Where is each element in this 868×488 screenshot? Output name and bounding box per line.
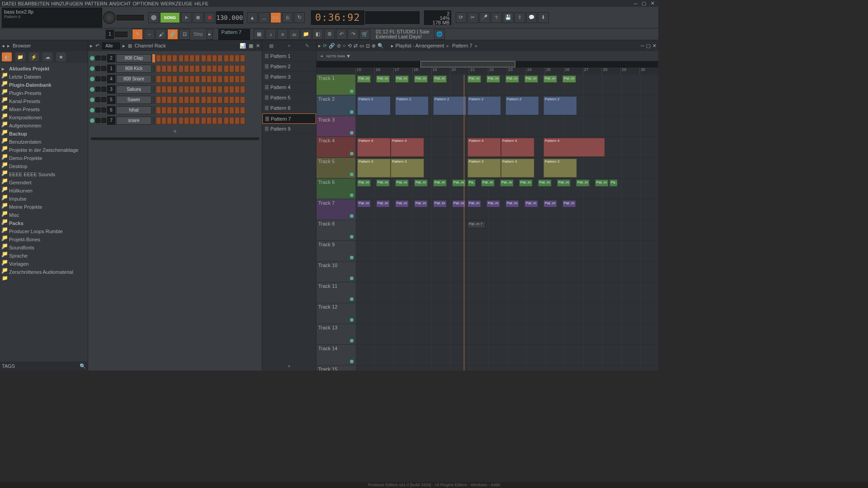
track-enable-led[interactable] [350,318,354,322]
step-cell[interactable] [229,96,234,103]
step-cell[interactable] [179,86,184,93]
clip[interactable]: Pattern 3 [391,159,424,178]
step-cell[interactable] [217,65,222,72]
pl-a-icon[interactable]: ○ [343,43,346,48]
channel-select[interactable] [152,65,155,73]
playlist-minimap[interactable] [316,61,658,67]
tree-item-0[interactable]: ▸📁Aktuelles Projekt [0,65,88,73]
track-enable-led[interactable] [350,297,354,301]
step-cell[interactable] [224,55,229,62]
patpick-add-icon[interactable]: + [285,42,292,49]
step-cell[interactable] [224,107,229,114]
channel-mute[interactable] [95,56,100,61]
step-cell[interactable] [179,96,184,103]
stamp-tool-icon[interactable]: ⊡ [179,29,190,40]
pattern-add-button[interactable]: + [262,361,316,371]
pattern-item-4[interactable]: Pattern 5 [262,93,316,103]
step-cell[interactable] [189,117,194,124]
track-enable-led[interactable] [350,131,354,135]
clip[interactable]: Pattern 4 [467,138,501,157]
step-cell[interactable] [195,96,200,103]
clip[interactable]: Pat..rn 1 [562,75,576,83]
step-cell[interactable] [179,107,184,114]
channel-solo[interactable] [101,56,106,61]
track-lane-11[interactable] [355,303,658,324]
cr-play-icon[interactable]: ▸ [90,43,93,49]
patpick-edit-icon[interactable]: ✎ [303,42,311,49]
step-cell[interactable] [172,65,177,72]
channel-select[interactable] [152,106,155,114]
window-maximize-icon[interactable]: ▢ [642,0,646,6]
step-cell[interactable] [212,65,217,72]
channel-num[interactable]: 5 [107,96,115,104]
step-cell[interactable] [167,86,172,93]
track-lane-5[interactable]: Pat..rn 5Pat..rn 5Pat..rn 5Pat..rn 5Pat.… [355,178,658,199]
step-cell[interactable] [201,117,206,124]
main-pitch-slider[interactable] [117,15,144,20]
clip[interactable]: Pat..rn 6 [414,200,428,207]
pl-sync-icon[interactable]: ⟳ [323,43,327,49]
clip[interactable]: Pattern 3 [467,159,501,178]
channel-solo[interactable] [101,97,106,102]
channel-solo[interactable] [101,66,106,71]
step-cell[interactable] [172,55,177,62]
channel-select[interactable] [152,117,155,125]
track-enable-led[interactable] [350,256,354,259]
track-header-3[interactable]: Track 4 [316,137,355,158]
step-cell[interactable] [195,65,200,72]
browser-tab-files[interactable]: 📁 [15,52,25,61]
channel-led[interactable] [90,98,94,102]
view-browser-icon[interactable]: 📁 [301,29,311,40]
ruler-bar[interactable]: 23 [507,67,526,75]
clip[interactable]: Pat..rn 6 [505,200,519,207]
pl-d-icon[interactable]: ▭ [359,43,364,49]
pattern-item-5[interactable]: Pattern 6 [262,103,316,113]
step-cell[interactable] [240,65,245,72]
step-cell[interactable] [201,86,206,93]
step-play-icon[interactable]: ▸ [207,29,213,40]
tree-item-24[interactable]: ▸📁Vorlagen [0,260,88,268]
tree-item-9[interactable]: ▸📁Benutzerdaten [0,138,88,146]
step-cell[interactable] [201,107,206,114]
clip[interactable]: Pat..rn 5 [519,179,533,187]
tree-item-18[interactable]: ▸📁Misc [0,211,88,219]
save-icon[interactable]: 💾 [503,12,514,23]
track-header-1[interactable]: Track 2 [316,95,355,116]
tree-item-25[interactable]: ▸📁Zerschnittenes Audiomaterial [0,268,88,276]
playhead[interactable] [464,75,464,371]
tree-item-10[interactable]: ▸📁Projekte in der Zwischenablage [0,146,88,154]
step-cell[interactable] [229,86,234,93]
step-cell[interactable] [156,75,161,83]
tags-label[interactable]: TAGS [2,363,15,369]
clip[interactable]: Pat..rn 5 [500,179,514,187]
channel-name[interactable]: 808 Clap [116,54,151,62]
pl-marker-icon[interactable]: ▼ [346,53,351,59]
channel-name[interactable]: Sawer [116,96,151,104]
step-cell[interactable] [184,55,189,62]
ruler-bar[interactable]: 22 [488,67,507,75]
view-playlist-icon[interactable]: ▦ [254,29,264,40]
track-header-5[interactable]: Track 6 [316,178,355,199]
track-header-0[interactable]: Track 1 [316,75,355,95]
pattern-item-2[interactable]: Pattern 3 [262,72,316,82]
step-cell[interactable] [217,117,222,124]
track-enable-led[interactable] [350,173,354,176]
view-channels-icon[interactable]: ≡ [277,29,288,40]
step-cell[interactable] [224,75,229,83]
track-enable-led[interactable] [350,193,354,197]
ruler-bar[interactable]: 15 [355,67,374,75]
step-cell[interactable] [240,75,245,83]
playlist-ruler[interactable]: 15161718192021222324252627282930 [316,67,658,75]
step-cell[interactable] [161,65,166,72]
step-cell[interactable] [207,75,212,83]
clip[interactable]: Pat..rn 5 [395,179,409,187]
step-cell[interactable] [172,86,177,93]
step-cell[interactable] [224,65,229,72]
tree-item-20[interactable]: ▸📁Producer Loops Rumble [0,227,88,235]
track-enable-led[interactable] [350,235,354,239]
track-header-10[interactable]: Track 11 [316,282,355,303]
cr-close-icon[interactable]: ✕ [256,43,260,49]
pat-song-toggle[interactable]: SONG [160,12,180,23]
pl-add-track-button[interactable]: + [318,53,326,59]
channel-num[interactable]: 7 [107,117,115,125]
